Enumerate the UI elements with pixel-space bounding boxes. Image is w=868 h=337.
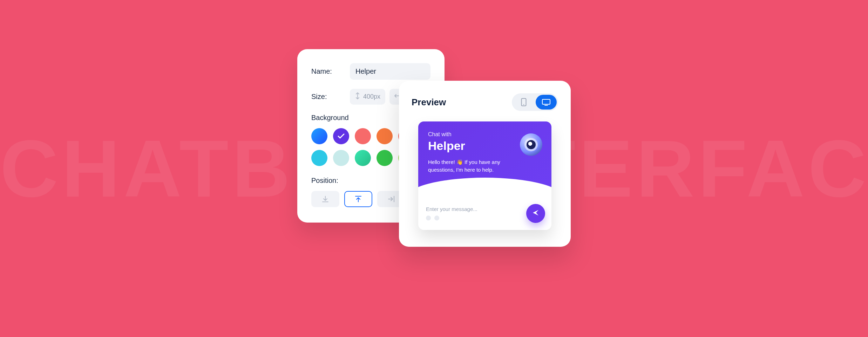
chat-message-input[interactable]: Enter your message...: [426, 206, 522, 212]
chat-header: Chat with Helper Hello there! 👋 If you h…: [418, 121, 551, 198]
chat-widget-preview: Chat with Helper Hello there! 👋 If you h…: [418, 121, 551, 230]
bot-avatar: [520, 133, 542, 156]
device-mobile-button[interactable]: [513, 95, 534, 110]
position-top-button[interactable]: [344, 191, 372, 207]
name-input[interactable]: Helper: [350, 63, 430, 80]
color-swatch-0[interactable]: [311, 128, 327, 144]
svg-rect-2: [542, 99, 550, 104]
device-desktop-button[interactable]: [536, 95, 557, 110]
position-bottom-button[interactable]: [311, 191, 339, 207]
color-swatch-1[interactable]: [333, 128, 349, 144]
color-swatch-3[interactable]: [377, 128, 393, 144]
size-label: Size:: [311, 93, 350, 101]
color-swatch-6[interactable]: [333, 150, 349, 166]
typing-dots: [426, 216, 522, 220]
vertical-resize-icon: [355, 92, 360, 101]
send-button[interactable]: [526, 204, 545, 223]
send-icon: [532, 209, 540, 218]
preview-panel: Preview Chat with Helper Hello there! 👋 …: [399, 81, 571, 247]
device-toggle: [512, 93, 558, 111]
color-swatch-8[interactable]: [377, 150, 393, 166]
color-swatch-2[interactable]: [355, 128, 371, 144]
svg-point-1: [523, 104, 524, 105]
size-height-input[interactable]: 400px: [350, 89, 385, 105]
check-icon: [338, 133, 345, 139]
name-label: Name:: [311, 67, 350, 75]
preview-title: Preview: [412, 97, 446, 108]
color-swatch-5[interactable]: [311, 150, 327, 166]
chat-greeting-text: Hello there! 👋 If you have any quesstion…: [428, 158, 505, 174]
color-swatch-7[interactable]: [355, 150, 371, 166]
